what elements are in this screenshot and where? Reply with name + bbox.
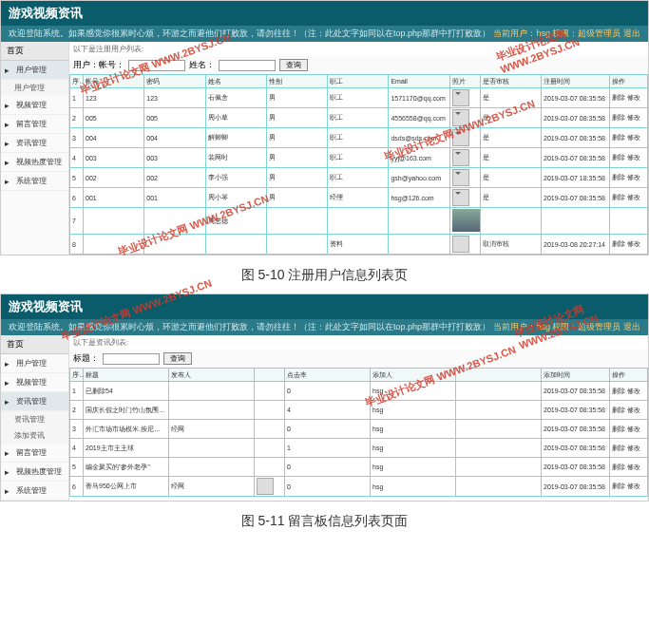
col-header: Email xyxy=(389,75,449,88)
broken-image-icon xyxy=(452,109,469,126)
col-header: 操作 xyxy=(610,75,648,88)
table-row: 8资料取消审核2019-03-08 20:27:14删除 修改 xyxy=(70,235,648,255)
search-button[interactable]: 查询 xyxy=(279,59,308,71)
figure-caption-2: 图 5-11 留言板信息列表页面 xyxy=(0,503,649,540)
figure-caption-1: 图 5-10 注册用户信息列表页 xyxy=(0,257,649,294)
list-title: 以下是注册用户列表: xyxy=(69,42,648,56)
col-header: 添加时间 xyxy=(542,369,610,382)
sidebar-item-news[interactable]: ▸资讯管理 xyxy=(1,134,68,153)
sidebar-item-video[interactable]: ▸视频管理 xyxy=(1,96,68,115)
home-tab[interactable]: 首页 xyxy=(1,42,68,61)
sidebar-sub[interactable]: 资讯管理 xyxy=(1,411,68,427)
search-account-input[interactable] xyxy=(128,60,185,71)
app-title: 游戏视频资讯 xyxy=(1,294,648,319)
row-actions[interactable]: 删除 修改 xyxy=(610,188,648,208)
sidebar-item-video[interactable]: ▸视频管理 xyxy=(1,373,68,392)
col-header: 帐号 xyxy=(84,75,144,88)
table-row: 42019主市主主球1hsg2019-03-07 08:35:58删除 修改 xyxy=(70,439,648,458)
sidebar: 首页 ▸用户管理用户管理▸视频管理▸留言管理▸资讯管理▸视频热度管理▸系统管理 xyxy=(1,42,69,255)
col-header: 序号 xyxy=(70,75,84,88)
users-table: 序号帐号密码姓名性别职工Email照片是否审核注册时间操作 1123123石佩舍… xyxy=(69,74,648,255)
table-row: 1已删除540hsg2019-03-07 08:35:58删除 修改 xyxy=(70,382,648,401)
sidebar-item-news[interactable]: ▸资讯管理 xyxy=(1,392,68,411)
user-photo xyxy=(452,209,481,232)
msg-icon: ▸ xyxy=(5,120,14,129)
search-label-name: 姓名： xyxy=(189,59,215,71)
thumbnail xyxy=(257,478,274,495)
row-actions[interactable]: 删除 修改 xyxy=(610,477,648,497)
welcome-text: 欢迎登陆系统。如果感觉你很累时心烦，环游之而避他们打败敌，请勿往往！（注：此处文… xyxy=(9,28,490,40)
broken-image-icon xyxy=(452,189,469,206)
table-row: 7周忠德 xyxy=(70,208,648,235)
col-header: 添加人 xyxy=(371,369,456,382)
broken-image-icon xyxy=(452,149,469,166)
search-button[interactable]: 查询 xyxy=(163,352,192,365)
main-area: 以下是注册用户列表: 用户：帐号： 姓名： 查询 序号帐号密码姓名性别职工Ema… xyxy=(69,42,648,255)
broken-image-icon xyxy=(452,89,469,106)
col-header: 性别 xyxy=(266,75,327,88)
table-row: 3004004解卿卿男职工dsds@sds.com是2019-03-07 08:… xyxy=(70,128,648,148)
row-actions[interactable]: 删除 修改 xyxy=(610,235,648,255)
sidebar-item-msg[interactable]: ▸留言管理 xyxy=(1,444,68,463)
hot-icon: ▸ xyxy=(5,158,14,167)
row-actions[interactable] xyxy=(610,208,648,235)
table-row: 2国庆长假之时门竹山氛围博览4hsg2019-03-07 08:35:58删除 … xyxy=(70,401,648,420)
news-icon: ▸ xyxy=(5,397,14,407)
sidebar-item-hot[interactable]: ▸视频热度管理 xyxy=(1,153,68,172)
col-header: 注册时间 xyxy=(542,75,610,88)
col-header: 密码 xyxy=(144,75,205,88)
home-tab[interactable]: 首页 xyxy=(1,335,68,354)
screenshot-users: 游戏视频资讯 欢迎登陆系统。如果感觉你很累时心烦，环游之而避他们打败敌，请勿往往… xyxy=(0,0,649,256)
sidebar-item-hot[interactable]: ▸视频热度管理 xyxy=(1,463,68,482)
user-info: 当前用户：hsg 权限：超级管理员 退出 xyxy=(493,321,640,333)
col-header: 职工 xyxy=(328,75,389,88)
table-row: 5编金聚买的"参外老孕"0hsg2019-03-07 08:35:58删除 修改 xyxy=(70,458,648,477)
search-toolbar: 用户：帐号： 姓名： 查询 xyxy=(69,56,648,74)
sidebar-sub[interactable]: 用户管理 xyxy=(1,80,68,96)
video-icon: ▸ xyxy=(5,378,14,388)
col-header xyxy=(255,369,285,382)
sidebar-item-sys[interactable]: ▸系统管理 xyxy=(1,172,68,191)
user-icon: ▸ xyxy=(5,359,14,369)
user-info: 当前用户：hsg 权限：超级管理员 退出 xyxy=(493,28,640,40)
row-actions[interactable]: 删除 修改 xyxy=(610,148,648,168)
news-icon: ▸ xyxy=(5,139,14,148)
sidebar-item-sys[interactable]: ▸系统管理 xyxy=(1,482,68,501)
row-actions[interactable]: 删除 修改 xyxy=(610,108,648,128)
sidebar-item-user[interactable]: ▸用户管理 xyxy=(1,61,68,80)
row-actions[interactable]: 删除 修改 xyxy=(610,168,648,188)
row-actions[interactable]: 删除 修改 xyxy=(610,420,648,439)
table-row: 1123123石佩舍男职工1571170@qq.com是2019-03-07 0… xyxy=(70,88,648,108)
search-label-account: 用户：帐号： xyxy=(73,59,124,71)
search-title-input[interactable] xyxy=(103,353,160,365)
row-actions[interactable]: 删除 修改 xyxy=(610,458,648,477)
table-row: 6香马950公网上市经网0hsg2019-03-07 08:35:58删除 修改 xyxy=(70,477,648,497)
row-actions[interactable]: 删除 修改 xyxy=(610,382,648,401)
table-row: 3外汇市场市场模米.按尼亚可能8本法收批求经网0hsg2019-03-07 08… xyxy=(70,420,648,439)
row-actions[interactable]: 删除 修改 xyxy=(610,401,648,420)
col-header: 姓名 xyxy=(205,75,266,88)
search-name-input[interactable] xyxy=(219,60,276,71)
main-area: 以下是资讯列表: 标题： 查询 序号标题发布人点击率添加人添加时间操作 1已删除… xyxy=(69,335,648,501)
table-row: 2005005周小草男职工4556558@qq.com是2019-03-07 0… xyxy=(70,108,648,128)
news-table: 序号标题发布人点击率添加人添加时间操作 1已删除540hsg2019-03-07… xyxy=(69,368,648,497)
col-header xyxy=(456,369,542,382)
row-actions[interactable]: 删除 修改 xyxy=(610,88,648,108)
table-row: 6001001周小琴男经理hsg@126.com是2019-03-07 08:3… xyxy=(70,188,648,208)
col-header: 是否审核 xyxy=(480,75,541,88)
sys-icon: ▸ xyxy=(5,177,14,186)
app-title: 游戏视频资讯 xyxy=(1,1,648,26)
row-actions[interactable]: 删除 修改 xyxy=(610,128,648,148)
sidebar-sub[interactable]: 添加资讯 xyxy=(1,427,68,444)
sys-icon: ▸ xyxy=(5,486,14,496)
col-header: 照片 xyxy=(449,75,480,88)
screenshot-news: 游戏视频资讯 欢迎登陆系统。如果感觉你很累时心烦，环游之而避他们打败敌，请勿往往… xyxy=(0,294,649,502)
row-actions[interactable]: 删除 修改 xyxy=(610,439,648,458)
thumbnail xyxy=(452,236,469,253)
sidebar-item-user[interactable]: ▸用户管理 xyxy=(1,354,68,373)
sidebar-item-msg[interactable]: ▸留言管理 xyxy=(1,115,68,134)
col-header: 操作 xyxy=(610,369,648,382)
table-row: 4003003装网时男职工yyj@163.com是2019-03-07 08:3… xyxy=(70,148,648,168)
broken-image-icon xyxy=(452,169,469,186)
col-header: 发布人 xyxy=(169,369,255,382)
